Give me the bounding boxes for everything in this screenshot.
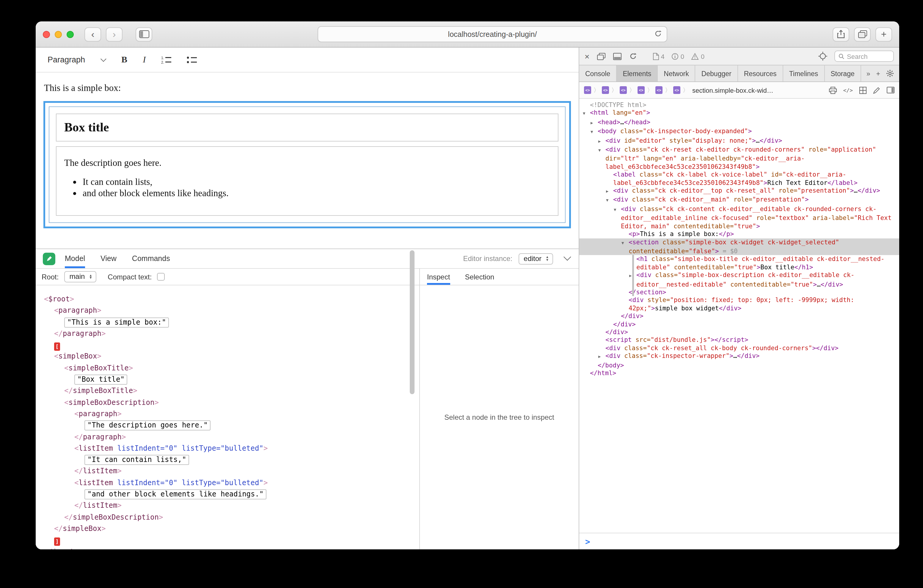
disclosure-down-icon[interactable]: ▼	[583, 110, 590, 118]
dom-node-line[interactable]: </body>	[579, 361, 899, 369]
dom-node-line[interactable]: <p>This is a simple box:</p>	[579, 230, 899, 238]
show-source-icon[interactable]: </>	[843, 87, 853, 93]
devtools-tab-storage[interactable]: Storage	[824, 66, 861, 81]
model-tree-node[interactable]: "The description goes here."	[36, 420, 419, 432]
disclosure-right-icon[interactable]: ▶	[606, 188, 613, 196]
model-tree-node[interactable]: "It can contain lists,"	[36, 454, 419, 466]
disclosure-down-icon[interactable]: ▼	[614, 206, 621, 214]
dom-node-line[interactable]: ▶<div class="ck-inspector-wrapper">…</di…	[579, 352, 899, 361]
details-sidebar-icon[interactable]	[887, 87, 895, 94]
grid-overlay-icon[interactable]	[859, 87, 867, 94]
side-tab-inspect[interactable]: Inspect	[427, 269, 450, 285]
address-bar[interactable]: localhost/creating-a-plugin/	[318, 26, 667, 42]
model-tree-node[interactable]: </simpleBoxTitle>	[36, 386, 419, 397]
model-tree-node[interactable]: </paragraph>	[36, 328, 419, 340]
intro-paragraph[interactable]: This is a simple box:	[44, 83, 570, 94]
dom-node-line[interactable]: </div>	[579, 320, 899, 328]
close-window-button[interactable]	[43, 31, 50, 38]
devtools-tab-network[interactable]: Network	[658, 66, 695, 81]
dom-node-line[interactable]: <h1 class="simple-box-title ck-editor__e…	[579, 255, 899, 271]
quick-console[interactable]: >	[579, 533, 899, 549]
dom-node-line[interactable]: <div class="ck ck-reset_all ck-body ck-r…	[579, 344, 899, 352]
simple-box-title[interactable]: Box title	[56, 113, 558, 141]
dom-node-line[interactable]: ▶<div id="editor" style="display: none;"…	[579, 136, 899, 146]
dom-node-line[interactable]: ▶<div class="simple-box-description ck-e…	[579, 271, 899, 288]
tab-overflow-button[interactable]: »	[867, 70, 870, 77]
model-tree-node[interactable]: "Box title"	[36, 374, 419, 386]
dom-node-line[interactable]: </div>	[579, 328, 899, 336]
tree-scrollbar[interactable]	[410, 250, 414, 394]
detach-window-icon[interactable]	[597, 53, 605, 60]
model-tree-node[interactable]: <simpleBox>	[36, 351, 419, 363]
disclosure-down-icon[interactable]: ▼	[598, 147, 605, 155]
dom-node-line[interactable]: </section>	[579, 288, 899, 296]
error-count-badge[interactable]: 0	[672, 53, 684, 60]
dom-node-line[interactable]: <label class="ck ck-label ck-voice-label…	[579, 171, 899, 187]
settings-gear-icon[interactable]	[886, 69, 894, 77]
new-devtools-tab-button[interactable]: +	[876, 70, 880, 77]
editor-instance-select[interactable]: editor ▲▼	[518, 253, 553, 264]
bulleted-list-button[interactable]	[184, 54, 199, 65]
dom-node-line[interactable]: ▼<div class="ck ck-content ck-editor__ed…	[579, 205, 899, 230]
devtools-tab-timelines[interactable]: Timelines	[783, 66, 825, 81]
resource-count-badge[interactable]: 4	[653, 53, 664, 60]
forward-button[interactable]: ›	[106, 27, 123, 41]
numbered-list-button[interactable]: 1.2.	[159, 54, 174, 65]
collapse-inspector-button[interactable]	[563, 253, 571, 260]
paragraph-style-dropdown[interactable]: Paragraph	[44, 53, 108, 67]
dom-node-line[interactable]: ▼<section class="simple-box ck-widget ck…	[579, 238, 899, 255]
italic-button[interactable]: I	[140, 54, 148, 66]
model-tree-node[interactable]: <listItem listIndent="0" listType="bulle…	[36, 443, 419, 455]
back-button[interactable]: ‹	[84, 27, 101, 41]
model-tree-node[interactable]: <paragraph>	[36, 409, 419, 420]
model-tree-node[interactable]: </listItem>	[36, 500, 419, 512]
edit-dom-icon[interactable]	[873, 87, 880, 94]
root-select[interactable]: main ▲▼	[64, 271, 96, 283]
model-tree-node[interactable]: </$root>	[36, 546, 419, 549]
inspector-tab-model[interactable]: Model	[65, 249, 85, 268]
description-paragraph[interactable]: The description goes here.	[64, 158, 550, 168]
breadcrumb-element-badge[interactable]: <>	[673, 86, 680, 94]
box-title-heading[interactable]: Box title	[64, 120, 550, 135]
model-tree-node[interactable]: </listItem>	[36, 466, 419, 478]
dom-node-line[interactable]: ▶<div class="ck ck-editor__top ck-reset_…	[579, 187, 899, 196]
element-picker-icon[interactable]	[818, 52, 827, 61]
disclosure-down-icon[interactable]: ▼	[621, 239, 629, 247]
dom-node-line[interactable]: ▼<body class="ck-inspector-body-expanded…	[579, 127, 899, 136]
warning-count-badge[interactable]: 0	[691, 53, 705, 60]
dom-node-line[interactable]: ▼<html lang="en">	[579, 109, 899, 118]
model-tree-node[interactable]: </paragraph>	[36, 431, 419, 443]
breadcrumb-element-badge[interactable]: <>	[584, 86, 591, 94]
model-tree-node[interactable]: </simpleBox>	[36, 523, 419, 535]
description-list-item[interactable]: and other block elements like headings.	[83, 187, 550, 199]
reload-page-icon[interactable]	[629, 52, 637, 60]
model-tree-node[interactable]: "and other block elements like headings.…	[36, 489, 419, 500]
minimize-window-button[interactable]	[55, 31, 62, 38]
breadcrumb-element-badge[interactable]: <>	[602, 86, 609, 94]
breadcrumb-element-badge[interactable]: <>	[655, 86, 662, 94]
disclosure-right-icon[interactable]: ▶	[591, 120, 598, 128]
bold-button[interactable]: B	[119, 54, 130, 66]
model-tree-node[interactable]: <paragraph>	[36, 305, 419, 317]
model-tree-node[interactable]: <listItem listIndent="0" listType="bulle…	[36, 478, 419, 489]
model-tree-node[interactable]: ]	[36, 534, 419, 546]
dom-node-line[interactable]: ▼<div class="ck ck-reset ck-editor ck-ro…	[579, 146, 899, 171]
simple-box-description[interactable]: The description goes here. It can contai…	[56, 146, 558, 216]
model-tree-node[interactable]: </simpleBoxDescription>	[36, 512, 419, 523]
dom-node-line[interactable]: <script src="dist/bundle.js"></script>	[579, 336, 899, 344]
model-tree-node[interactable]: <$root>	[36, 294, 419, 305]
simple-box-widget[interactable]: Box title The description goes here. It …	[43, 101, 571, 228]
dom-node-line[interactable]: <!DOCTYPE html>	[579, 101, 899, 109]
dock-bottom-icon[interactable]	[613, 53, 621, 60]
side-tab-selection[interactable]: Selection	[465, 269, 494, 285]
breadcrumb-element-badge[interactable]: <>	[637, 86, 645, 94]
devtools-tab-elements[interactable]: Elements	[617, 66, 658, 81]
devtools-tab-resources[interactable]: Resources	[738, 66, 783, 81]
reload-button[interactable]	[654, 30, 662, 38]
disclosure-right-icon[interactable]: ▶	[598, 353, 605, 361]
inspector-tab-view[interactable]: View	[100, 249, 117, 268]
dom-node-line[interactable]: ▶<head>…</head>	[579, 118, 899, 128]
model-tree-node[interactable]: [	[36, 340, 419, 351]
zoom-window-button[interactable]	[67, 31, 74, 38]
devtools-search-field[interactable]: Search	[834, 51, 894, 62]
